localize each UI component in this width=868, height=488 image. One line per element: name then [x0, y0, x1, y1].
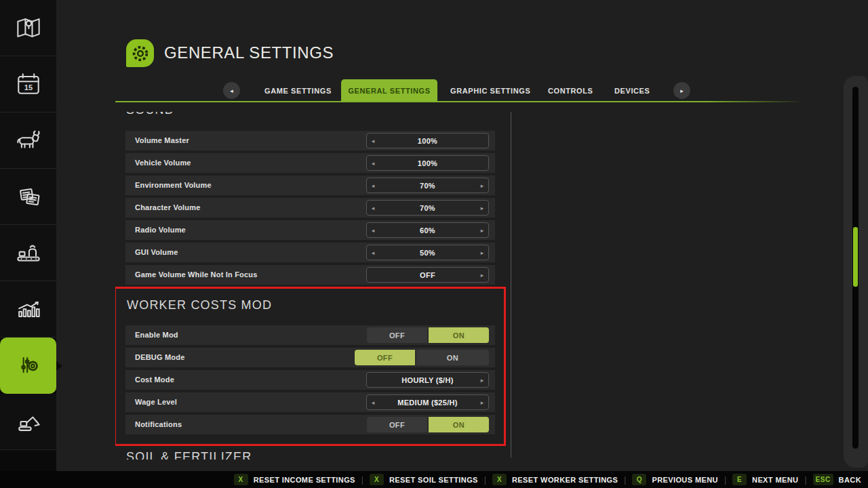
active-item-pointer-icon — [56, 361, 67, 371]
gear-icon — [129, 42, 152, 65]
worker-costs-mod-highlight-box: WORKER COSTS MOD Enable Mod OFF ON DEBUG… — [115, 287, 506, 446]
increase-icon[interactable]: ▸ — [476, 395, 488, 409]
sidebar-item-production[interactable] — [0, 225, 56, 281]
game-volume-focus-stepper[interactable]: OFF ▸ — [366, 267, 489, 283]
previous-menu-button[interactable]: Q PREVIOUS MENU — [632, 474, 718, 485]
tabs-next-button[interactable]: ▸ — [673, 82, 690, 99]
separator: | — [724, 475, 726, 485]
setting-row-game-volume-focus: Game Volume While Not In Focus OFF ▸ — [125, 265, 495, 285]
wage-level-stepper[interactable]: ◂ MEDIUM ($25/H) ▸ — [366, 394, 489, 410]
increase-icon[interactable]: ▸ — [476, 223, 488, 237]
toggle-on-button[interactable]: ON — [429, 417, 489, 432]
toggle-off-button[interactable]: OFF — [367, 417, 427, 432]
documents-icon — [13, 181, 44, 212]
toggle-on-button[interactable]: ON — [416, 350, 489, 365]
enable-mod-toggle: OFF ON — [367, 327, 489, 343]
reset-worker-settings-button[interactable]: X RESET WORKER SETTINGS — [492, 474, 618, 485]
radio-volume-stepper[interactable]: ◂ 60% ▸ — [366, 222, 489, 238]
increase-icon[interactable]: ▸ — [476, 373, 488, 387]
sidebar: 15 — [0, 0, 56, 488]
setting-row-radio-volume: Radio Volume ◂ 60% ▸ — [125, 220, 495, 240]
sidebar-item-settings[interactable] — [0, 338, 56, 394]
list-scrollbar-track — [511, 112, 511, 458]
setting-row-environment-volume: Environment Volume ◂ 70% ▸ — [125, 176, 495, 195]
gui-volume-stepper[interactable]: ◂ 50% ▸ — [366, 245, 489, 260]
stepper-value: 50% — [367, 245, 488, 260]
stepper-value: OFF — [367, 268, 488, 282]
hotkey-label: NEXT MENU — [752, 476, 798, 484]
key-x-icon: X — [370, 474, 384, 485]
sidebar-item-statistics[interactable] — [0, 281, 56, 338]
section-title-sound: SOUND — [126, 112, 174, 117]
sidebar-item-contracts[interactable] — [0, 169, 56, 225]
tab-game-settings[interactable]: GAME SETTINGS — [264, 79, 332, 102]
increase-icon[interactable]: ▸ — [476, 178, 488, 192]
hotkey-label: RESET WORKER SETTINGS — [512, 476, 618, 484]
sidebar-item-calendar[interactable]: 15 — [0, 56, 56, 113]
setting-row-debug-mode: DEBUG Mode OFF ON — [125, 348, 495, 367]
character-volume-stepper[interactable]: ◂ 70% ▸ — [366, 200, 489, 216]
key-e-icon: E — [732, 474, 747, 485]
increase-icon[interactable]: ▸ — [476, 245, 488, 260]
tab-general-settings[interactable]: GENERAL SETTINGS — [341, 79, 437, 102]
hotkey-label: RESET SOIL SETTINGS — [389, 476, 478, 484]
statistics-icon — [13, 293, 44, 325]
svg-text:15: 15 — [24, 83, 32, 92]
general-settings-screen: 15 — [0, 0, 868, 488]
separator: | — [804, 475, 806, 485]
setting-row-wage-level: Wage Level ◂ MEDIUM ($25/H) ▸ — [125, 392, 495, 412]
hotkey-label: BACK — [839, 476, 861, 484]
toggle-off-button[interactable]: OFF — [367, 327, 427, 343]
hotkey-label: PREVIOUS MENU — [652, 476, 718, 484]
worker-costs-mod-rows: Enable Mod OFF ON DEBUG Mode OFF ON Cost… — [125, 325, 495, 437]
sidebar-item-animals[interactable] — [0, 113, 56, 169]
sidebar-item-map[interactable] — [0, 0, 56, 56]
stepper-value: 60% — [367, 223, 488, 237]
map-icon — [13, 12, 44, 43]
section-title-soil-fertilizer: SOIL & FERTILIZER — [126, 450, 252, 460]
debug-mode-toggle: OFF ON — [355, 350, 489, 365]
increase-icon[interactable]: ▸ — [476, 201, 488, 215]
reset-income-settings-button[interactable]: X RESET INCOME SETTINGS — [234, 474, 355, 485]
environment-volume-stepper[interactable]: ◂ 70% ▸ — [366, 178, 489, 193]
tab-controls[interactable]: CONTROLS — [548, 79, 593, 102]
settings-sliders-gear-icon — [13, 350, 44, 381]
notifications-toggle: OFF ON — [367, 417, 489, 432]
volume-master-stepper[interactable]: ◂ 100% — [366, 133, 489, 148]
key-q-icon: Q — [632, 474, 646, 485]
production-icon — [13, 237, 44, 268]
tabs-previous-button[interactable]: ◂ — [223, 82, 240, 99]
key-x-icon: X — [234, 474, 248, 485]
page-scrollbar-thumb[interactable] — [853, 227, 858, 287]
chevron-left-icon: ◂ — [230, 87, 233, 94]
sound-rows: Volume Master ◂ 100% Vehicle Volume ◂ 10… — [125, 131, 495, 287]
tab-underline — [115, 101, 804, 102]
calendar-icon: 15 — [13, 68, 44, 100]
key-x-icon: X — [492, 474, 507, 485]
reset-soil-settings-button[interactable]: X RESET SOIL SETTINGS — [370, 474, 478, 485]
toggle-off-button[interactable]: OFF — [355, 350, 415, 365]
tab-devices[interactable]: DEVICES — [614, 79, 650, 102]
hotkey-label: RESET INCOME SETTINGS — [254, 476, 355, 484]
key-esc-icon: ESC — [813, 474, 833, 485]
page-title: GENERAL SETTINGS — [164, 43, 334, 62]
increase-icon[interactable]: ▸ — [476, 268, 488, 282]
stepper-value: HOURLY ($/H) — [367, 373, 488, 387]
cost-mode-stepper[interactable]: HOURLY ($/H) ▸ — [366, 372, 489, 388]
setting-row-notifications: Notifications OFF ON — [125, 415, 495, 434]
settings-scroll-area[interactable]: SOUND Volume Master ◂ 100% Vehicle Volum… — [115, 112, 516, 460]
stepper-value: MEDIUM ($25/H) — [367, 395, 488, 409]
general-settings-icon — [126, 39, 154, 67]
hotkey-bar: X RESET INCOME SETTINGS | X RESET SOIL S… — [0, 471, 868, 488]
stepper-value: 70% — [367, 201, 488, 215]
tab-graphic-settings[interactable]: GRAPHIC SETTINGS — [450, 79, 530, 102]
setting-row-vehicle-volume: Vehicle Volume ◂ 100% — [125, 153, 495, 173]
vehicle-volume-stepper[interactable]: ◂ 100% — [366, 155, 489, 171]
back-button[interactable]: ESC BACK — [813, 474, 861, 485]
toggle-on-button[interactable]: ON — [429, 327, 489, 343]
section-title-worker-costs-mod: WORKER COSTS MOD — [127, 298, 272, 312]
stepper-value: 100% — [367, 156, 488, 170]
sidebar-item-construction[interactable] — [0, 394, 56, 450]
setting-row-volume-master: Volume Master ◂ 100% — [125, 131, 495, 150]
next-menu-button[interactable]: E NEXT MENU — [732, 474, 798, 485]
